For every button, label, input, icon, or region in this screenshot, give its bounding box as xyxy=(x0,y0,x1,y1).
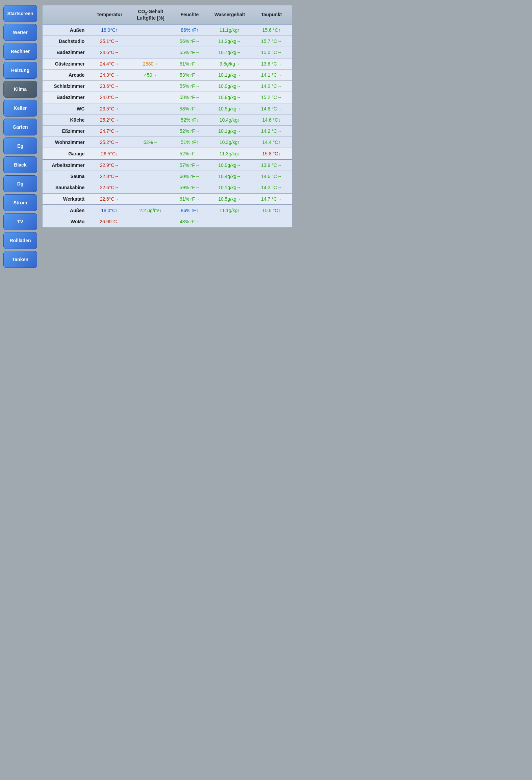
table-row: Badezimmer24.0°C→58% rF→10.8g/kg→15.2 °C… xyxy=(43,92,292,103)
table-row: Schlafzimmer23.6°C→55% rF→10.0g/kg→14.0 … xyxy=(43,80,292,92)
room-name: Arcade xyxy=(43,69,88,80)
wasser-value: 9.8g/kg→ xyxy=(208,58,251,70)
co2-value: 2580→ xyxy=(130,58,171,70)
temp-value: 25.1°C→ xyxy=(88,35,130,47)
wasser-value: 10.5g/kg→ xyxy=(208,193,251,205)
table-row: Dachstudio25.1°C→56% rF→11.2g/kg→15.7 °C… xyxy=(43,35,292,47)
sidebar-btn-dg[interactable]: Dg xyxy=(3,175,37,192)
temp-value: 24.7°C→ xyxy=(88,125,130,136)
co2-value xyxy=(130,80,171,92)
wasser-value: 10.1g/kg→ xyxy=(208,69,251,80)
wasser-value: 11.3g/kg↓ xyxy=(208,148,251,159)
main-content: Temperatur CO2-GehaltLuftgüte [%] Feucht… xyxy=(41,3,529,268)
room-name: Garage xyxy=(43,148,88,159)
room-name: Arbeitszimmer xyxy=(43,159,88,171)
taupunkt-value: 14.2 °C→ xyxy=(251,182,292,193)
room-name: WC xyxy=(43,103,88,115)
sidebar-btn-tanken[interactable]: Tanken xyxy=(3,251,37,268)
feuchte-value: 55% rF→ xyxy=(171,47,208,58)
table-row: Saunakabine22.6°C→59% rF→10.1g/kg→14.2 °… xyxy=(43,182,292,193)
feuchte-value: 52% rF↓ xyxy=(171,114,208,125)
taupunkt-value xyxy=(251,216,292,227)
main-layout: StartscreenWetterRechnerHeizungKlimaKell… xyxy=(0,0,532,271)
table-row: Außen18.0°C↑86% rF↑11.1g/kg↑15.6 °C↑ xyxy=(43,24,292,36)
taupunkt-value: 15.6 °C↑ xyxy=(251,24,292,36)
feuchte-value: 55% rF→ xyxy=(171,80,208,92)
room-name: WoMo xyxy=(43,216,88,227)
wasser-value: 11.1g/kg↑ xyxy=(208,24,251,36)
feuchte-value: 52% rF→ xyxy=(171,125,208,136)
co2-value xyxy=(130,103,171,115)
table-row: Garage26.5°C↓52% rF→11.3g/kg↓15.8 °C↓ xyxy=(43,148,292,159)
taupunkt-value: 15.0 °C→ xyxy=(251,47,292,58)
table-row: Eßzimmer24.7°C→52% rF→10.1g/kg→14.2 °C→ xyxy=(43,125,292,136)
table-row: Sauna22.8°C→60% rF→10.4g/kg→14.6 °C→ xyxy=(43,171,292,182)
room-name: Schlafzimmer xyxy=(43,80,88,92)
sidebar-btn-heizung[interactable]: Heizung xyxy=(3,62,37,79)
wasser-value: 10.7g/kg→ xyxy=(208,47,251,58)
wasser-value: 10.0g/kg→ xyxy=(208,159,251,171)
temp-value: 23.5°C→ xyxy=(88,103,130,115)
sidebar-btn-rechner[interactable]: Rechner xyxy=(3,43,37,60)
sidebar-btn-klima[interactable]: Klima xyxy=(3,81,37,98)
sidebar-btn-eg[interactable]: Eg xyxy=(3,137,37,154)
co2-value: 63%→ xyxy=(130,136,171,148)
col-header-taupunkt: Taupunkt xyxy=(251,5,292,24)
temp-value: 22.6°C→ xyxy=(88,182,130,193)
taupunkt-value: 14.6 °C→ xyxy=(251,171,292,182)
room-name: Küche xyxy=(43,114,88,125)
wasser-value: 10.8g/kg→ xyxy=(208,92,251,103)
room-name: Wohnzimmer xyxy=(43,136,88,148)
wasser-value: 11.2g/kg→ xyxy=(208,35,251,47)
table-row: Arcade24.3°C→450→53% rF→10.1g/kg→14.1 °C… xyxy=(43,69,292,80)
co2-value xyxy=(130,148,171,159)
co2-value xyxy=(130,159,171,171)
taupunkt-value: 13.6 °C→ xyxy=(251,58,292,70)
room-name: Gästezimmer xyxy=(43,58,88,70)
sidebar-btn-wetter[interactable]: Wetter xyxy=(3,24,37,41)
sidebar: StartscreenWetterRechnerHeizungKlimaKell… xyxy=(3,3,37,268)
taupunkt-value: 15.6 °C↑ xyxy=(251,205,292,216)
table-row: Arbeitszimmer22.9°C→57% rF→10.0g/kg→13.9… xyxy=(43,159,292,171)
col-header-wasser: Wassergehalt xyxy=(208,5,251,24)
sidebar-btn-strom[interactable]: Strom xyxy=(3,194,37,211)
feuchte-value: 52% rF→ xyxy=(171,148,208,159)
co2-value: 2.2 µg/m³↓ xyxy=(130,205,171,216)
climate-table-container: Temperatur CO2-GehaltLuftgüte [%] Feucht… xyxy=(42,5,292,228)
wasser-value: 10.3g/kg↑ xyxy=(208,136,251,148)
taupunkt-value: 14.8 °C→ xyxy=(251,103,292,115)
co2-value: 450→ xyxy=(130,69,171,80)
sidebar-btn-garten[interactable]: Garten xyxy=(3,119,37,135)
taupunkt-value: 14.7 °C→ xyxy=(251,193,292,205)
co2-value xyxy=(130,216,171,227)
feuchte-value: 48% rF→ xyxy=(171,216,208,227)
temp-value: 24.6°C→ xyxy=(88,47,130,58)
room-name: Außen xyxy=(43,205,88,216)
sidebar-btn-startscreen[interactable]: Startscreen xyxy=(3,5,37,22)
climate-table: Temperatur CO2-GehaltLuftgüte [%] Feucht… xyxy=(43,5,292,227)
room-name: Saunakabine xyxy=(43,182,88,193)
col-header-co2: CO2-GehaltLuftgüte [%] xyxy=(130,5,171,24)
sidebar-btn-black[interactable]: Black xyxy=(3,156,37,173)
co2-value xyxy=(130,114,171,125)
col-header-name xyxy=(43,5,88,24)
sidebar-btn-keller[interactable]: Keller xyxy=(3,100,37,117)
feuchte-value: 58% rF→ xyxy=(171,92,208,103)
wasser-value: 10.1g/kg→ xyxy=(208,182,251,193)
table-row: Wohnzimmer25.2°C→63%→51% rF↑10.3g/kg↑14.… xyxy=(43,136,292,148)
co2-value xyxy=(130,182,171,193)
temp-value: 18.0°C↑ xyxy=(88,205,130,216)
table-row: WoMo26.90°C↓48% rF→ xyxy=(43,216,292,227)
room-name: Dachstudio xyxy=(43,35,88,47)
taupunkt-value: 14.1 °C→ xyxy=(251,69,292,80)
table-row: Gästezimmer24.4°C→2580→51% rF→9.8g/kg→13… xyxy=(43,58,292,70)
wasser-value: 10.0g/kg→ xyxy=(208,80,251,92)
wasser-value: 10.1g/kg→ xyxy=(208,125,251,136)
sidebar-btn-tv[interactable]: TV xyxy=(3,213,37,230)
table-row: Küche25.2°C→52% rF↓10.4g/kg↓14.6 °C↓ xyxy=(43,114,292,125)
taupunkt-value: 14.4 °C↑ xyxy=(251,136,292,148)
feuchte-value: 58% rF→ xyxy=(171,103,208,115)
feuchte-value: 53% rF→ xyxy=(171,69,208,80)
sidebar-btn-rolllaeden[interactable]: Rollläden xyxy=(3,232,37,249)
temp-value: 24.0°C→ xyxy=(88,92,130,103)
